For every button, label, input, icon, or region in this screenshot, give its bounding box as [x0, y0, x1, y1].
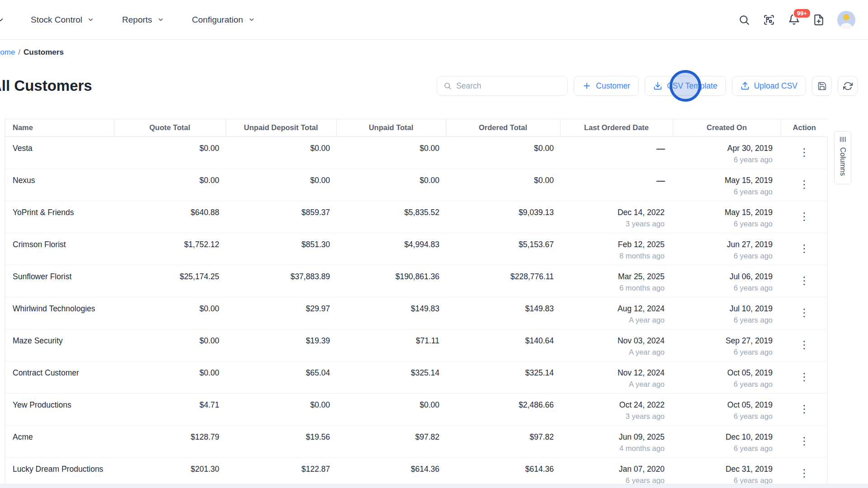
nav-item-stock-control[interactable]: Stock Control [31, 15, 94, 25]
quote-total-cell: $4.71 [114, 393, 226, 425]
col-header-unpaid-deposit-total[interactable]: Unpaid Deposit Total [226, 119, 336, 136]
last-ordered-ago: A year ago [566, 380, 665, 389]
col-header-ordered-total[interactable]: Ordered Total [446, 119, 560, 136]
search-box[interactable] [437, 76, 568, 96]
created-on-date: May 15, 2019 [679, 208, 773, 217]
col-header-last-ordered-date[interactable]: Last Ordered Date [560, 119, 673, 136]
columns-panel-toggle[interactable]: Columns [834, 131, 851, 184]
row-actions-button[interactable]: ⋮ [794, 242, 815, 256]
customer-name: Acme [5, 425, 114, 457]
customer-name: Nexus [5, 169, 114, 201]
row-actions-button[interactable]: ⋮ [794, 338, 815, 352]
upload-icon [741, 81, 750, 90]
csv-template-button[interactable]: CSV Template [645, 76, 726, 96]
created-on-date: Jul 06, 2019 [679, 272, 773, 282]
nav-item-configuration[interactable]: Configuration [192, 15, 255, 25]
col-header-quote-total[interactable]: Quote Total [114, 119, 226, 136]
barcode-scan-icon[interactable] [763, 14, 775, 26]
plus-icon [582, 81, 591, 90]
avatar[interactable] [837, 11, 855, 29]
row-actions-button[interactable]: ⋮ [794, 178, 815, 192]
last-ordered-date: Feb 12, 2025 [566, 240, 665, 249]
table-row: Whirlwind Technologies $0.00 $29.97 $149… [5, 297, 828, 329]
add-customer-button[interactable]: Customer [574, 76, 639, 96]
last-ordered-cell: Mar 25, 2025 6 months ago [560, 265, 673, 297]
action-cell: ⋮ [781, 361, 828, 393]
action-cell: ⋮ [781, 136, 828, 169]
created-on-date: Sep 27, 2019 [679, 336, 773, 346]
last-ordered-cell: Nov 12, 2024 A year ago [560, 361, 673, 393]
customer-name: Vesta [5, 136, 114, 169]
last-ordered-ago: 6 years ago [566, 476, 665, 485]
file-plus-icon[interactable] [812, 14, 825, 26]
search-icon[interactable] [738, 14, 750, 26]
unpaid-deposit-total-cell: $0.00 [226, 169, 336, 201]
quote-total-cell: $25,174.25 [114, 265, 226, 297]
upload-csv-label: Upload CSV [754, 81, 797, 91]
nav-item-label: Stock Control [31, 15, 82, 25]
created-on-ago: 6 years ago [679, 252, 773, 260]
unpaid-total-cell: $190,861.36 [336, 265, 446, 297]
created-on-ago: 6 years ago [679, 220, 773, 228]
last-ordered-date: Oct 24, 2022 [566, 400, 665, 410]
quote-total-cell: $640.88 [114, 201, 226, 233]
customer-name: Yew Productions [5, 393, 114, 425]
row-actions-button[interactable]: ⋮ [794, 306, 815, 320]
last-ordered-cell: Feb 12, 2025 8 months ago [560, 233, 673, 265]
table-row: Acme $128.79 $19.56 $97.82 $97.82 Jun 09… [5, 425, 828, 457]
last-ordered-cell: Oct 24, 2022 3 years ago [560, 393, 673, 425]
ordered-total-cell: $5,153.67 [446, 233, 560, 265]
created-on-ago: 6 years ago [679, 380, 773, 389]
horizontal-scrollbar[interactable] [0, 484, 868, 488]
row-actions-button[interactable]: ⋮ [794, 466, 815, 481]
unpaid-total-cell: $614.36 [336, 457, 446, 488]
created-on-date: Jul 10, 2019 [679, 304, 773, 314]
last-ordered-cell: Dec 14, 2022 3 years ago [560, 201, 673, 233]
last-ordered-date: Nov 03, 2024 [566, 336, 665, 346]
columns-panel-label: Columns [839, 147, 847, 176]
created-on-ago: 6 years ago [679, 188, 773, 196]
unpaid-deposit-total-cell: $29.97 [226, 297, 336, 329]
search-input[interactable] [456, 81, 561, 91]
table-row: YoPrint & Friends $640.88 $859.37 $5,835… [5, 201, 828, 233]
last-ordered-date: Jan 07, 2020 [566, 465, 665, 474]
table-row: Nexus $0.00 $0.00 $0.00 $0.00 — May 15, … [5, 169, 828, 201]
row-actions-button[interactable]: ⋮ [794, 274, 815, 288]
quote-total-cell: $0.00 [114, 329, 226, 361]
download-icon [653, 81, 662, 90]
save-icon [817, 81, 827, 91]
nav-item-reports[interactable]: Reports [122, 15, 164, 25]
col-header-created-on[interactable]: Created On [673, 119, 781, 136]
col-header-name[interactable]: Name [5, 119, 114, 136]
upload-csv-button[interactable]: Upload CSV [732, 76, 806, 96]
bell-icon[interactable]: 99+ [788, 14, 800, 26]
action-cell: ⋮ [781, 169, 828, 201]
row-actions-button[interactable]: ⋮ [794, 402, 815, 417]
created-on-ago: 6 years ago [679, 412, 773, 421]
last-ordered-ago: A year ago [566, 316, 665, 324]
refresh-button[interactable] [838, 76, 858, 96]
row-actions-button[interactable]: ⋮ [794, 434, 815, 449]
last-ordered-cell: Nov 03, 2024 A year ago [560, 329, 673, 361]
last-ordered-ago: 4 months ago [566, 444, 665, 453]
customers-table: Name Quote Total Unpaid Deposit Total Un… [5, 119, 828, 488]
customer-name: Crimson Florist [5, 233, 114, 265]
customer-name: Contract Customer [5, 361, 114, 393]
save-view-button[interactable] [812, 76, 832, 96]
unpaid-total-cell: $5,835.52 [336, 201, 446, 233]
last-ordered-cell: — [560, 136, 673, 169]
unpaid-deposit-total-cell: $19.39 [226, 329, 336, 361]
last-ordered-cell: Jan 07, 2020 6 years ago [560, 457, 673, 488]
refresh-icon [843, 81, 853, 91]
unpaid-deposit-total-cell: $19.56 [226, 425, 336, 457]
table-row: Crimson Florist $1,752.12 $851.30 $4,994… [5, 233, 828, 265]
ordered-total-cell: $140.64 [446, 329, 560, 361]
chevron-down-icon[interactable] [0, 16, 5, 24]
row-actions-button[interactable]: ⋮ [794, 210, 815, 224]
row-actions-button[interactable]: ⋮ [794, 370, 815, 385]
col-header-unpaid-total[interactable]: Unpaid Total [336, 119, 446, 136]
columns-icon [839, 136, 847, 143]
breadcrumb-home-link[interactable]: Home [0, 48, 15, 57]
row-actions-button[interactable]: ⋮ [794, 145, 815, 160]
created-on-date: Jun 27, 2019 [679, 240, 773, 249]
